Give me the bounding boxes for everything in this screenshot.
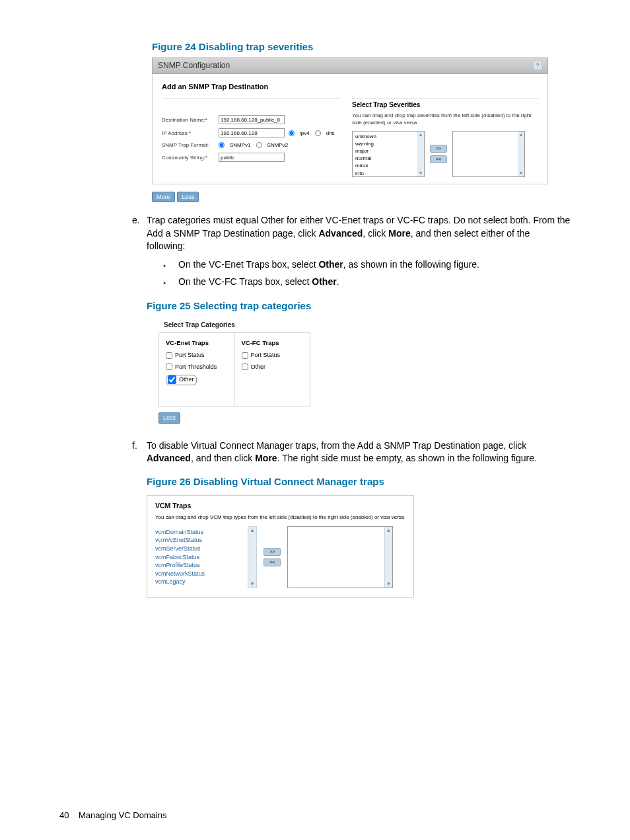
comm-label: Community String:* [162, 154, 215, 161]
help-icon[interactable]: ? [533, 61, 542, 70]
scroll-down-icon[interactable]: ▼ [386, 580, 392, 588]
figure-24-screenshot: SNMP Configuration ? Add an SNMP Trap De… [152, 57, 548, 184]
sev-item[interactable]: normal [355, 155, 421, 162]
dns-radio[interactable] [315, 130, 321, 136]
enet-title: VC-Enet Traps [166, 338, 228, 347]
figure-24-title: Figure 24 Disabling trap severities [152, 40, 571, 54]
severities-disabled-list[interactable]: unknown warning major normal minor info … [352, 131, 425, 177]
ip-label: IP Address:* [162, 130, 215, 137]
sev-item[interactable]: unknown [355, 133, 421, 140]
step-f-marker: f. [59, 439, 132, 598]
snmp-config-title: SNMP Configuration [158, 60, 230, 71]
snmpv2-radio[interactable] [256, 142, 262, 148]
vcm-item[interactable]: vcmDomainStatus [155, 528, 241, 537]
vcm-item[interactable]: vcmVcEnetStatus [155, 536, 241, 545]
scrollbar[interactable]: ▲▼ [417, 132, 424, 176]
severities-desc: You can drag and drop trap severities fr… [352, 112, 538, 126]
vcm-traps-panel: VCM Traps You can drag and drop VCM trap… [147, 495, 414, 598]
scroll-down-icon[interactable]: ▼ [519, 170, 524, 176]
step-e-sub1: On the VC-Enet Traps box, select Other, … [178, 258, 479, 272]
dest-name-label: Destination Name:* [162, 116, 215, 124]
step-f-text: To disable Virtual Connect Manager traps… [147, 439, 571, 465]
bullet-icon: ∘ [162, 276, 166, 289]
severities-enabled-list[interactable]: ▲▼ [452, 131, 525, 177]
snmp-config-titlebar: SNMP Configuration ? [152, 57, 548, 74]
page-footer: 40 Managing VC Domains [59, 810, 167, 821]
sev-item[interactable]: info [355, 170, 421, 177]
move-left-button[interactable]: << [263, 558, 281, 566]
severities-title: Select Trap Severities [352, 100, 538, 110]
sev-item[interactable]: warning [355, 140, 421, 147]
more-button[interactable]: More [152, 192, 175, 203]
scroll-down-icon[interactable]: ▼ [250, 580, 255, 588]
scroll-up-icon[interactable]: ▲ [519, 132, 524, 138]
enet-portstatus-label: Port Status [175, 351, 205, 360]
scrollbar[interactable]: ▲▼ [248, 526, 257, 588]
sev-item[interactable]: major [355, 147, 421, 155]
bullet-icon: ∘ [162, 258, 166, 272]
fc-portstatus-label: Port Status [251, 351, 281, 360]
vcm-desc: You can drag and drop VCM trap types fro… [155, 514, 405, 521]
vcm-item[interactable]: vcmLegacy [155, 578, 241, 586]
vcm-item[interactable]: vcmFabricStatus [155, 553, 241, 562]
fmt-label: SNMP Trap Format: [162, 141, 215, 149]
page-number: 40 [59, 810, 69, 820]
fc-title: VC-FC Traps [242, 338, 304, 347]
snmp-section-title: Add an SNMP Trap Destination [162, 82, 538, 92]
step-e-text: Trap categories must equal Other for eit… [147, 214, 571, 253]
fc-other-label: Other [251, 363, 266, 371]
enet-thresholds-label: Port Thresholds [175, 363, 217, 371]
vcm-item[interactable]: vcmProfileStatus [155, 561, 241, 570]
dest-name-input[interactable] [219, 115, 285, 124]
ipv4-radio[interactable] [289, 130, 295, 136]
section-name: Managing VC Domains [79, 810, 167, 820]
fc-portstatus-checkbox[interactable] [242, 352, 248, 359]
vcm-title: VCM Traps [155, 501, 405, 511]
enet-other-label: Other [179, 375, 194, 384]
move-right-button[interactable]: >> [263, 548, 281, 556]
vcm-disabled-list[interactable]: vcmDomainStatus vcmVcEnetStatus vcmServe… [155, 528, 241, 586]
ipv4-label: ipv4 [300, 130, 310, 137]
vcm-item[interactable]: vcmServerStatus [155, 545, 241, 553]
scrollbar[interactable]: ▲▼ [384, 527, 392, 588]
scroll-up-icon[interactable]: ▲ [386, 527, 392, 534]
fc-other-checkbox[interactable] [242, 363, 248, 370]
move-right-button[interactable]: >> [430, 145, 447, 153]
enet-thresholds-checkbox[interactable] [166, 363, 172, 370]
figure-25-title: Figure 25 Selecting trap categories [147, 299, 571, 313]
snmpv1-label: SNMPv1 [230, 141, 251, 149]
vcm-enabled-list[interactable]: ▲▼ [287, 526, 393, 588]
snmpv1-radio[interactable] [219, 142, 225, 148]
scrollbar[interactable]: ▲▼ [518, 132, 524, 176]
figure-26-title: Figure 26 Disabling Virtual Connect Mana… [147, 475, 571, 488]
ip-input[interactable] [219, 128, 285, 137]
sev-item[interactable]: minor [355, 162, 421, 169]
less-button[interactable]: Less [177, 192, 199, 203]
scroll-up-icon[interactable]: ▲ [250, 527, 255, 534]
snmpv2-label: SNMPv2 [267, 141, 289, 149]
categories-heading: Select Trap Categories [158, 318, 571, 332]
less-button[interactable]: Less [158, 412, 180, 424]
comm-input[interactable] [219, 153, 285, 162]
enet-other-checkbox[interactable] [168, 375, 176, 384]
vcm-item[interactable]: vcmNetworkStatus [155, 570, 241, 578]
scroll-up-icon[interactable]: ▲ [419, 132, 423, 138]
scroll-down-icon[interactable]: ▼ [419, 170, 423, 176]
step-e-sub2: On the VC-FC Traps box, select Other. [178, 276, 339, 289]
figure-25-block: Figure 25 Selecting trap categories Sele… [147, 299, 571, 424]
enet-portstatus-checkbox[interactable] [166, 352, 172, 359]
dns-label: dns [326, 130, 335, 137]
step-e-marker: e. [59, 214, 132, 433]
move-left-button[interactable]: << [430, 155, 447, 163]
